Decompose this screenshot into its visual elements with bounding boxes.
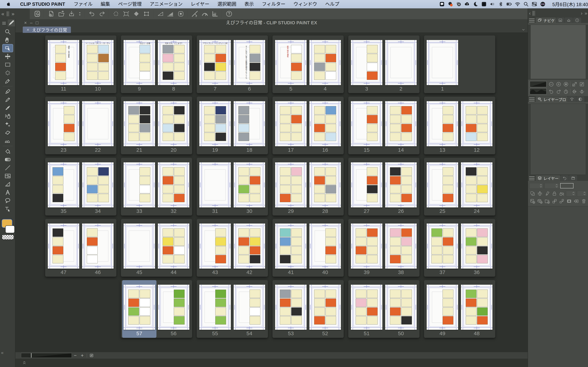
page-thumbnail-33[interactable]	[123, 162, 155, 208]
ime-japanese-icon[interactable]: あ	[481, 1, 488, 8]
page-slot-7[interactable]: アウトプット・インプット 小指の悲劇7	[198, 35, 232, 93]
layer-panel-menu-icon[interactable]	[528, 176, 536, 181]
page-slot-21[interactable]: 21	[122, 97, 156, 154]
menu-bar-clock[interactable]: 5月6日(木) 18:40	[552, 1, 588, 8]
expand-icon[interactable]: ›	[580, 10, 583, 16]
dock-grip[interactable]	[533, 11, 535, 16]
flipv-button[interactable]	[578, 88, 586, 95]
opacity-select[interactable]	[545, 183, 559, 189]
opacity-slider[interactable]	[560, 183, 573, 188]
tab-close-icon[interactable]: ×	[26, 27, 29, 33]
fitscreen-button[interactable]	[571, 81, 578, 87]
redo-button[interactable]	[98, 10, 106, 18]
page-slot-45[interactable]: 45	[122, 219, 156, 277]
reselect-button[interactable]	[122, 10, 130, 18]
page-thumbnail-4[interactable]	[309, 40, 341, 85]
wand-tool[interactable]	[2, 69, 13, 77]
page-thumbnail-41[interactable]	[275, 224, 307, 269]
transfer-button[interactable]	[551, 198, 558, 204]
navigator-rotate-slider[interactable]	[530, 88, 546, 94]
page-slot-32[interactable]: 32	[156, 158, 191, 216]
page-thumbnail-11[interactable]: 通称・自己愛系	[48, 40, 79, 85]
palette-collapse-icon[interactable]: «	[1, 350, 3, 355]
page-slot-23[interactable]: 23	[46, 97, 81, 154]
document-tab[interactable]: × えびフライの日常	[23, 26, 71, 33]
balloon-tool[interactable]	[2, 196, 13, 205]
page-slot-16[interactable]: 16	[308, 97, 342, 154]
zoom-in-button[interactable]: +	[79, 353, 86, 358]
new-button[interactable]	[47, 10, 55, 18]
page-thumbnail-27[interactable]	[351, 162, 382, 208]
zoomout-button[interactable]	[548, 81, 555, 87]
menu-item-2[interactable]: ページ管理	[114, 0, 146, 8]
brush-tool[interactable]	[2, 104, 13, 112]
page-thumbnail-24[interactable]	[461, 162, 493, 208]
hand-tool[interactable]	[2, 36, 13, 44]
undo-button[interactable]	[88, 10, 96, 18]
page-slot-13[interactable]: 13	[425, 97, 459, 154]
moon-icon[interactable]	[472, 1, 479, 8]
page-slot-40[interactable]: 40	[308, 219, 342, 277]
reference-button[interactable]	[537, 190, 543, 197]
logo-button[interactable]	[33, 10, 42, 18]
battery-icon[interactable]	[506, 1, 513, 8]
info-tab[interactable]	[573, 17, 581, 23]
page-slot-1[interactable]: 1	[425, 35, 459, 93]
page-thumbnail-3[interactable]	[351, 40, 382, 85]
page-thumbnail-21[interactable]	[123, 101, 155, 146]
page-slot-35[interactable]: 35	[46, 158, 81, 216]
page-slot-43[interactable]: 43	[198, 219, 232, 277]
layer-color-select[interactable]	[566, 191, 576, 196]
collapse-left-icon[interactable]: «	[0, 11, 6, 17]
page-slot-11[interactable]: 通称・自己愛系11	[46, 35, 81, 93]
transparent-color-swatch[interactable]	[2, 234, 14, 240]
page-thumbnail-1[interactable]	[427, 40, 458, 85]
sub-color-swatch[interactable]	[5, 225, 15, 233]
navigator-zoom-slider[interactable]	[530, 81, 546, 87]
navigator-tab[interactable]: ナビゲーター	[536, 17, 556, 23]
page-thumbnail-19[interactable]	[199, 101, 231, 146]
pencil-tool[interactable]	[2, 96, 13, 104]
page-slot-30[interactable]: 30	[232, 158, 267, 216]
lockalpha-button[interactable]	[559, 190, 565, 197]
zoomin-button[interactable]	[555, 81, 562, 87]
page-slot-24[interactable]: 24	[459, 158, 494, 216]
page-thumbnail-2[interactable]	[385, 40, 417, 85]
mask-button[interactable]	[566, 198, 572, 204]
page-slot-44[interactable]: 44	[156, 219, 191, 277]
layer-tab[interactable]: レイヤー	[536, 175, 560, 181]
page-thumbnail-49[interactable]	[427, 285, 458, 330]
page-thumbnail-39[interactable]	[351, 224, 382, 269]
page-thumbnail-38[interactable]	[385, 224, 417, 269]
page-thumbnail-12[interactable]	[461, 101, 493, 146]
clear-button[interactable]	[156, 10, 165, 18]
clapper-tab[interactable]	[569, 175, 577, 181]
clearout-button[interactable]	[166, 10, 175, 18]
page-thumbnail-53[interactable]	[275, 285, 307, 330]
invert-button[interactable]	[132, 10, 140, 18]
page-slot-41[interactable]: 41	[274, 219, 308, 277]
page-slot-18[interactable]: 18	[232, 97, 267, 154]
stackdown-tab[interactable]	[568, 96, 576, 102]
linefix-tool[interactable]	[2, 205, 13, 213]
new3d-button[interactable]	[537, 198, 543, 204]
page-thumbnail-50[interactable]	[385, 285, 417, 330]
fill-tool[interactable]	[2, 147, 13, 155]
snapline-button[interactable]	[190, 10, 199, 18]
zoom-slider-handle[interactable]	[31, 353, 32, 358]
page-thumbnail-43[interactable]	[199, 224, 231, 269]
page-slot-6[interactable]: すぐに出ない答えは無理矢理出さなくても良い6	[232, 35, 267, 93]
siri-icon[interactable]	[539, 1, 546, 8]
apple-menu-icon[interactable]	[5, 1, 11, 7]
page-thumbnail-17[interactable]	[275, 101, 307, 146]
draft-button[interactable]	[544, 190, 550, 197]
rotreset-button[interactable]	[562, 88, 570, 95]
collapse-icon[interactable]: ‹	[528, 10, 532, 16]
text-tool[interactable]	[2, 188, 13, 196]
navigator-preview[interactable]	[530, 25, 586, 79]
page-thumbnail-45[interactable]	[123, 224, 155, 269]
page-slot-26[interactable]: 26	[384, 158, 418, 216]
page-thumbnail-54[interactable]	[234, 285, 265, 330]
menu-item-9[interactable]: ヘルプ	[321, 0, 343, 8]
menu-item-7[interactable]: フィルター	[258, 0, 289, 8]
